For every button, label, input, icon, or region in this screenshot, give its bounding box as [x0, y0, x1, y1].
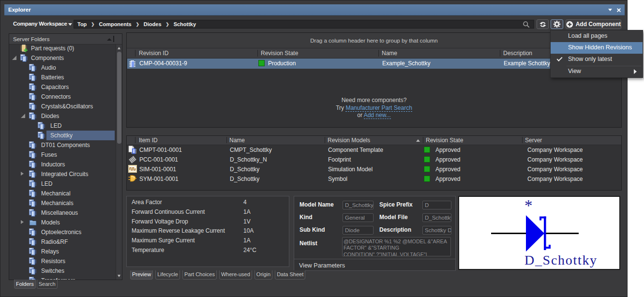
column-header-revision-state[interactable]: Revision State	[261, 50, 298, 57]
column-header-revision-id[interactable]: Revision ID	[139, 50, 168, 57]
collapse-panel-icon[interactable]	[107, 38, 112, 41]
tree-item-mechanical[interactable]: Mechanical	[9, 189, 116, 198]
tree-item-models[interactable]: Models	[9, 218, 116, 227]
tree-item-led[interactable]: LED	[9, 121, 116, 131]
sidebar-tab-folders[interactable]: Folders	[14, 280, 36, 289]
tree-item-dt01-components[interactable]: DT01 Components	[9, 140, 116, 150]
tree-item-capacitors[interactable]: Capacitors	[9, 82, 116, 92]
column-header-revision-models[interactable]: Revision Models	[328, 137, 370, 144]
menu-item-show-hidden-revisions[interactable]: Show Hidden Revisions	[551, 42, 643, 54]
workspace-selector[interactable]: Company Workspace	[13, 21, 67, 27]
tree-item-part-requests-0-[interactable]: Part requests (0)	[9, 45, 116, 53]
column-separator	[135, 137, 135, 143]
close-icon[interactable]	[616, 8, 621, 12]
field-model-name[interactable]: D_Schottky	[343, 201, 374, 209]
tree-item-transformers[interactable]: Transformers	[9, 276, 116, 280]
tree-item-mechanicals[interactable]: Mechanicals	[9, 198, 116, 208]
expanded-arrow-icon[interactable]	[12, 56, 16, 60]
menu-item-show-only-latest[interactable]: Show only latest	[551, 54, 643, 65]
tree-item-radio-rf[interactable]: Radio&RF	[9, 237, 116, 247]
tree-item-diodes[interactable]: Diodes	[9, 111, 116, 121]
refresh-button[interactable]	[537, 19, 549, 29]
field-model-file[interactable]: D_Schottky	[422, 213, 451, 222]
component-folder-icon	[29, 83, 37, 91]
sidebar-tab-search[interactable]: Search	[37, 280, 58, 289]
tree-item-relays[interactable]: Relays	[9, 247, 116, 256]
expanded-arrow-icon[interactable]	[21, 114, 25, 118]
breadcrumb-top[interactable]: Top	[77, 21, 87, 27]
breadcrumb-components[interactable]: Components	[99, 21, 131, 27]
symbol-icon	[128, 175, 137, 183]
field-kind[interactable]: General	[343, 213, 374, 222]
tab-origin[interactable]: Origin	[255, 270, 272, 280]
component-folder-icon	[29, 161, 37, 168]
tree-item-integrated-circuits[interactable]: Integrated Circuits	[9, 169, 116, 179]
tab-preview[interactable]: Preview	[130, 270, 153, 280]
settings-button[interactable]	[551, 19, 563, 29]
parameter-value: 4	[243, 199, 247, 206]
add-new-link[interactable]: Add new...	[364, 112, 391, 119]
menu-item-view[interactable]: View	[551, 66, 643, 77]
column-separator	[226, 137, 227, 143]
column-header-revision-state[interactable]: Revision State	[426, 137, 463, 144]
tree-item-optoelectronics[interactable]: Optoelectronics	[9, 227, 116, 237]
items-table-header[interactable]: Item IDNameRevision ModelsRevision State…	[127, 136, 621, 145]
tree-item-schottky[interactable]: Schottky	[9, 131, 116, 140]
tab-lifecycle[interactable]: Lifecycle	[155, 270, 180, 280]
revision-row-selected[interactable]: CMP-004-00031-9 Production Example_Schot…	[127, 59, 621, 69]
tab-where-used[interactable]: Where-used	[219, 270, 252, 280]
tree-item-switches[interactable]: Switches	[9, 266, 116, 276]
field-sub-kind[interactable]: Diode	[343, 226, 374, 235]
tree-item-fuses[interactable]: Fuses	[9, 150, 116, 160]
title-bar[interactable]: Explorer	[4, 4, 625, 15]
field-description[interactable]: Schottky D	[422, 226, 451, 235]
collapsed-arrow-icon[interactable]	[21, 172, 24, 176]
revisions-table-header[interactable]: Revision IDRevision StateNameDescription	[127, 48, 621, 59]
tree-item-led[interactable]: LED	[9, 179, 116, 189]
approved-state-chip	[424, 156, 430, 163]
netlist-line: @DESIGNATOR %1 %2 @MODEL &"AREA	[344, 238, 449, 245]
collapsed-arrow-icon[interactable]	[21, 220, 24, 224]
column-header-name[interactable]: Name	[229, 137, 245, 144]
manufacturer-part-search-link[interactable]: Manufacturer Part Search	[345, 104, 412, 112]
tree-item-crystals-oscillators[interactable]: Crystals&Oscillators	[9, 102, 116, 111]
tree-item-connectors[interactable]: Connectors	[9, 92, 116, 102]
tree-item-inductors[interactable]: Inductors	[9, 160, 116, 169]
workspace-caret-icon[interactable]	[68, 23, 72, 26]
column-header-description[interactable]: Description	[503, 50, 532, 57]
item-row-pcc-001-0001[interactable]: PCC-001-0001 D_Schottky_N Footprint Appr…	[127, 155, 621, 164]
tree-item-miscellaneous[interactable]: Miscellaneous	[9, 208, 116, 218]
breadcrumb: Top❯Components❯Diodes❯Schottky	[74, 20, 534, 29]
search-icon[interactable]	[523, 21, 530, 30]
view-parameters-section[interactable]: View Parameters	[294, 259, 455, 271]
breadcrumb-schottky[interactable]: Schottky	[174, 21, 196, 27]
menu-item-load-all-pages[interactable]: Load all pages	[551, 30, 643, 42]
panel-menu-caret-icon[interactable]	[608, 9, 612, 11]
group-by-bar[interactable]: Drag a column header here to group by th…	[126, 32, 622, 48]
cell-server: Company Workspace	[527, 156, 583, 163]
tree-item-components[interactable]: Components	[9, 53, 116, 63]
column-header-item-id[interactable]: Item ID	[139, 137, 158, 144]
tab-part-choices[interactable]: Part Choices	[182, 270, 217, 280]
item-row-sim-001-0001[interactable]: SIM-001-0001 D_Schottky Simulation Model…	[127, 164, 621, 174]
sidebar-scrollbar[interactable]	[116, 45, 122, 280]
field-netlist[interactable]: @DESIGNATOR %1 %2 @MODEL &"AREAFACTOR" &…	[342, 237, 451, 256]
scroll-down-icon[interactable]	[118, 275, 120, 277]
column-header-server[interactable]: Server	[525, 137, 542, 144]
tree-item-audio[interactable]: Audio	[9, 63, 116, 73]
breadcrumb-diodes[interactable]: Diodes	[144, 21, 162, 27]
tab-data-sheet[interactable]: Data Sheet	[275, 270, 305, 280]
scrollbar-thumb[interactable]	[117, 52, 121, 144]
field-spice-prefix[interactable]: D	[422, 201, 451, 209]
parameter-value: 1A	[243, 208, 251, 215]
add-component-button[interactable]: Add Component	[566, 19, 621, 29]
tree-item-label: Integrated Circuits	[41, 171, 88, 178]
item-row-sym-001-0001[interactable]: SYM-001-0001 D_Schottky Symbol Approved …	[127, 174, 621, 184]
tree-item-batteries[interactable]: Batteries	[9, 73, 116, 82]
pin-icon[interactable]	[113, 36, 114, 42]
scroll-up-icon[interactable]	[118, 47, 120, 49]
column-header-name[interactable]: Name	[382, 50, 397, 57]
tree-item-resistors[interactable]: Resistors	[9, 256, 116, 266]
item-row-cmpt-001-0001[interactable]: CMPT-001-0001 CMPT_Schottky Component Te…	[127, 145, 621, 155]
cell-revision-state: Approved	[435, 156, 460, 163]
